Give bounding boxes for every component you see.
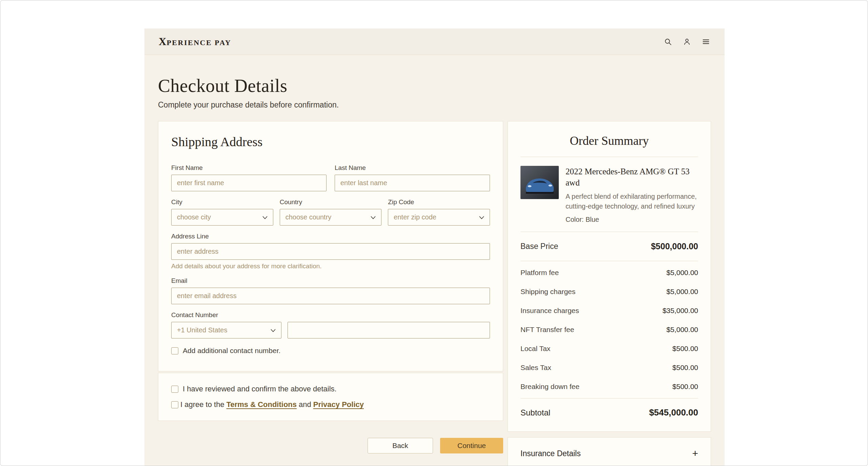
last-name-label: Last Name (335, 164, 490, 172)
country-select[interactable]: choose country (280, 209, 382, 226)
city-field: City choose city (171, 198, 273, 226)
fee-value: $5,000.00 (667, 288, 698, 296)
fee-row-breakdown: Breaking down fee $500.00 (520, 377, 698, 396)
chevron-down-icon (262, 213, 268, 221)
review-checkbox-row[interactable]: I have reviewed and confirm the above de… (171, 385, 490, 393)
last-name-input[interactable] (335, 175, 490, 191)
add-contact-checkbox[interactable] (171, 347, 178, 354)
fee-label: Breaking down fee (520, 383, 579, 391)
fee-value: $35,000.00 (663, 307, 698, 315)
page-title: Checkout Details (158, 75, 711, 96)
fee-value: $500.00 (672, 364, 698, 372)
fee-label: Sales Tax (520, 364, 551, 372)
header: X PERIENCE PAY (144, 28, 725, 55)
country-code-select[interactable]: +1 United States (171, 322, 281, 338)
base-price-value: $500,000.00 (651, 241, 698, 251)
shipping-heading: Shipping Address (171, 134, 490, 149)
continue-button[interactable]: Continue (440, 438, 503, 453)
location-row: City choose city Country (171, 198, 490, 233)
first-name-input[interactable] (171, 175, 327, 191)
fee-row-platform: Platform fee $5,000.00 (520, 263, 698, 282)
app-shell: X PERIENCE PAY (144, 28, 725, 466)
shipping-address-card: Shipping Address First Name Last Name (158, 121, 503, 371)
address-label: Address Line (171, 233, 490, 240)
user-icon[interactable] (683, 37, 691, 46)
first-name-field: First Name (171, 164, 327, 191)
add-contact-label: Add additional contact number. (183, 347, 280, 355)
fee-value: $5,000.00 (667, 326, 698, 334)
country-label: Country (280, 198, 382, 206)
agree-prefix: I agree to the (180, 400, 224, 409)
page: X PERIENCE PAY (0, 0, 868, 466)
fee-row-nft: NFT Transfer fee $5,000.00 (520, 320, 698, 339)
subtotal-value: $545,000.00 (649, 407, 698, 418)
country-select-value: choose country (285, 213, 332, 221)
city-label: City (171, 198, 273, 206)
form-actions: Back Continue (158, 438, 503, 453)
brand-name: PERIENCE PAY (166, 38, 231, 47)
address-helper-text: Add details about your address for more … (171, 263, 490, 270)
fee-label: NFT Transfer fee (520, 326, 574, 334)
base-price-row: Base Price $500,000.00 (520, 232, 698, 261)
fee-value: $500.00 (672, 345, 698, 353)
agree-checkbox-row[interactable]: I agree to the Terms & Conditions and Pr… (171, 400, 490, 409)
phone-number-input[interactable] (288, 322, 490, 338)
order-item-info: 2022 Mercedes-Benz AMG® GT 53 awd A perf… (566, 166, 698, 224)
brand-x-glyph: X (159, 36, 166, 48)
address-field: Address Line Add details about your addr… (171, 233, 490, 270)
fee-value: $500.00 (672, 383, 698, 391)
fee-row-shipping: Shipping charges $5,000.00 (520, 282, 698, 301)
insurance-heading: Insurance Details (520, 449, 581, 458)
chevron-down-icon (479, 213, 484, 221)
order-summary-heading: Order Summary (520, 134, 698, 148)
menu-icon[interactable] (702, 37, 710, 46)
fee-value: $5,000.00 (667, 269, 698, 277)
base-price-label: Base Price (520, 242, 558, 251)
fees-list: Platform fee $5,000.00 Shipping charges … (520, 261, 698, 398)
privacy-link[interactable]: Privacy Policy (313, 400, 364, 409)
confirmation-card: I have reviewed and confirm the above de… (158, 373, 503, 421)
last-name-field: Last Name (335, 164, 490, 191)
item-color: Color: Blue (566, 216, 698, 224)
address-input[interactable] (171, 243, 490, 260)
zip-field: Zip Code enter zip code (388, 198, 490, 226)
terms-link[interactable]: Terms & Conditions (226, 400, 297, 409)
insurance-header[interactable]: Insurance Details + (520, 448, 698, 459)
email-input[interactable] (171, 288, 490, 304)
checkout-columns: Shipping Address First Name Last Name (158, 121, 711, 466)
fee-label: Insurance charges (520, 307, 579, 315)
zip-select[interactable]: enter zip code (388, 209, 490, 226)
add-contact-checkbox-row[interactable]: Add additional contact number. (171, 347, 490, 355)
review-label: I have reviewed and confirm the above de… (183, 385, 337, 393)
review-checkbox[interactable] (171, 386, 178, 393)
fee-label: Local Tax (520, 345, 550, 353)
search-icon[interactable] (664, 37, 672, 46)
subtotal-label: Subtotal (520, 408, 550, 418)
chevron-down-icon (271, 326, 276, 334)
fee-label: Platform fee (520, 269, 559, 277)
plus-icon[interactable]: + (692, 448, 698, 459)
fee-label: Shipping charges (520, 288, 575, 296)
first-name-label: First Name (171, 164, 327, 172)
city-select[interactable]: choose city (171, 209, 273, 226)
agree-and: and (299, 400, 311, 409)
fee-row-local-tax: Local Tax $500.00 (520, 339, 698, 358)
back-button[interactable]: Back (368, 438, 433, 453)
fee-row-sales-tax: Sales Tax $500.00 (520, 358, 698, 377)
car-image (520, 166, 559, 199)
left-column: Shipping Address First Name Last Name (158, 121, 503, 453)
item-description: A perfect blend of exhilarating performa… (566, 192, 698, 211)
agree-checkbox[interactable] (171, 401, 178, 408)
zip-label: Zip Code (388, 198, 490, 206)
fee-row-insurance: Insurance charges $35,000.00 (520, 301, 698, 320)
header-actions (664, 37, 710, 46)
email-field: Email (171, 277, 490, 304)
name-row: First Name Last Name (171, 164, 490, 198)
zip-select-value: enter zip code (394, 213, 436, 221)
chevron-down-icon (371, 213, 376, 221)
order-summary-card: Order Summary (508, 121, 711, 432)
country-field: Country choose country (280, 198, 382, 226)
email-label: Email (171, 277, 490, 285)
right-column: Order Summary (508, 121, 711, 466)
brand-logo[interactable]: X PERIENCE PAY (159, 36, 231, 48)
